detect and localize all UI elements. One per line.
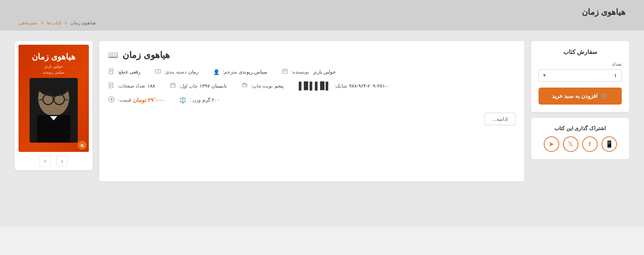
- author-value: جولین بارنز: [313, 69, 336, 75]
- read-more-button[interactable]: ادامه...: [484, 113, 516, 125]
- translator-value: سپاس ریوندی: [239, 69, 267, 75]
- category-icon: [155, 68, 161, 75]
- svg-point-9: [246, 85, 246, 86]
- order-box: سفارش کتاب تعداد ۱ ۲ ۳ ▼ 🛒 افزودن به سبد…: [531, 41, 629, 112]
- twitter-icon: 𝕏: [568, 140, 573, 148]
- category-value: رمان: [188, 69, 198, 75]
- price-icon: [108, 96, 115, 104]
- category-detail: رمان دسته بندی:: [155, 68, 198, 75]
- share-link-button[interactable]: ➤: [544, 136, 559, 152]
- weight-label: وزن :: [190, 97, 201, 103]
- svg-text:هیاهوی زمان: هیاهوی زمان: [32, 52, 76, 62]
- book-icon: 📖: [108, 50, 118, 60]
- book-cover-box: هیاهوی زمان جولین بارنز سپاس ریوندی: [15, 41, 93, 170]
- breadcrumb-sep2: <: [64, 20, 67, 26]
- price-label: قیمت:: [118, 97, 131, 103]
- category-label: دسته بندی:: [164, 69, 187, 75]
- format-icon: [108, 68, 114, 75]
- print-num-label: نوبت چاپ:: [251, 83, 273, 89]
- cover-nav-arrows: › ‹: [19, 156, 89, 167]
- translator-label: مترجم:: [223, 69, 237, 75]
- pages-detail: ۱۸۸ تعداد صفحات:: [108, 81, 155, 90]
- print-num-icon: [242, 82, 248, 89]
- weight-icon: ⚖️: [179, 96, 187, 103]
- details-row-1: جولین بارنز نویسنده: سپاس ریوندی مترجم: …: [108, 68, 516, 75]
- page-main-title: هیاهوی زمان: [582, 7, 625, 17]
- share-facebook-button[interactable]: f: [582, 136, 598, 152]
- quantity-select[interactable]: ۱ ۲ ۳: [539, 69, 622, 82]
- price-value: ۲۹٬۰۰۰ تومان: [133, 97, 164, 103]
- breadcrumb-home[interactable]: نشرماهی: [19, 20, 38, 26]
- author-icon: [282, 68, 288, 75]
- svg-point-25: [38, 78, 69, 96]
- page-main-title-row: هیاهوی زمان: [0, 4, 644, 18]
- main-layout: سفارش کتاب تعداد ۱ ۲ ۳ ▼ 🛒 افزودن به سبد…: [15, 41, 629, 181]
- sidebar-panel: سفارش کتاب تعداد ۱ ۲ ۳ ▼ 🛒 افزودن به سبد…: [531, 41, 629, 159]
- price-weight-row: ۲۰۰ گرم وزن : ⚖️ ۲۹٬۰۰۰ تومان قیمت:: [108, 96, 516, 104]
- weight-value: ۲۰۰ گرم: [202, 97, 219, 103]
- breadcrumb-current: هیاهوی زمان: [70, 20, 96, 26]
- first-print-value: تابستان ۱۳۹۷: [199, 83, 227, 89]
- share-twitter-button[interactable]: 𝕏: [563, 136, 578, 152]
- translator-icon: 👤: [213, 69, 219, 75]
- breadcrumb-sep1: <: [41, 20, 44, 26]
- add-to-cart-button[interactable]: 🛒 افزودن به سبد خرید: [539, 88, 622, 105]
- isbn-label: شابک:: [334, 83, 347, 89]
- order-box-title: سفارش کتاب: [539, 48, 622, 55]
- book-cover-panel: هیاهوی زمان جولین بارنز سپاس ریوندی: [15, 41, 93, 170]
- cover-next-arrow-icon: ›: [61, 158, 63, 164]
- breadcrumb: هیاهوی زمان < کتاب ها < نشرماهی: [0, 18, 644, 31]
- first-print-label: چاپ اول:: [179, 83, 198, 89]
- whatsapp-icon: 📱: [605, 140, 613, 148]
- read-more-label: ادامه...: [492, 116, 508, 122]
- cover-prev-button[interactable]: ‹: [40, 156, 51, 167]
- cart-icon: 🛒: [600, 92, 608, 100]
- isbn-barcode-icon: ▌▊▌▌▊▌: [299, 81, 331, 90]
- isbn-value: ۹۷۸-۹۶۴-۲۰۹-۲۷۱-۰: [349, 83, 389, 89]
- book-main-title: هیاهوی زمان: [123, 50, 170, 60]
- format-value: رقعی: [130, 69, 140, 75]
- pages-icon: [108, 82, 114, 89]
- format-label: قطع:: [117, 69, 128, 75]
- share-box-title: اشتراک گذاری این کتاب: [539, 125, 622, 131]
- first-print-detail: تابستان ۱۳۹۷ چاپ اول:: [170, 81, 227, 90]
- isbn-detail: ۹۷۸-۹۶۴-۲۰۹-۲۷۱-۰ شابک: ▌▊▌▌▊▌: [299, 81, 389, 90]
- cover-prev-arrow-icon: ‹: [44, 158, 46, 164]
- svg-text:سپاس ریوندی: سپاس ریوندی: [43, 70, 64, 75]
- details-row-2: ۹۷۸-۹۶۴-۲۰۹-۲۷۱-۰ شابک: ▌▊▌▌▊▌ پنحم نوبت…: [108, 81, 516, 90]
- first-print-icon: [170, 82, 176, 89]
- pages-value: ۱۸۸: [147, 83, 155, 89]
- author-label: نویسنده:: [291, 69, 309, 75]
- main-content: هیاهوی زمان 📖 جولین بارنز نویسنده: سپ: [99, 41, 524, 181]
- facebook-icon: f: [589, 141, 591, 147]
- svg-text:N: N: [81, 143, 84, 148]
- book-header-row: هیاهوی زمان 📖: [108, 50, 516, 60]
- translator-detail: سپاس ریوندی مترجم: 👤: [213, 68, 267, 75]
- format-detail: رقعی قطع:: [108, 68, 140, 75]
- page-header-area: هیاهوی زمان هیاهوی زمان < کتاب ها < نشرم…: [0, 0, 644, 31]
- quantity-label: تعداد: [539, 61, 622, 67]
- svg-text:جولین بارنز: جولین بارنز: [44, 64, 63, 69]
- breadcrumb-books[interactable]: کتاب ها: [47, 20, 62, 26]
- print-num-value: پنحم: [275, 83, 284, 89]
- share-box: اشتراک گذاری این کتاب 📱 f 𝕏 ➤: [531, 118, 629, 159]
- share-link-icon: ➤: [549, 140, 554, 148]
- pages-label: تعداد صفحات:: [117, 83, 145, 89]
- print-num-detail: پنحم نوبت چاپ:: [242, 81, 284, 90]
- author-detail: جولین بارنز نویسنده:: [282, 68, 336, 75]
- svg-rect-10: [171, 84, 175, 88]
- price-detail: ۲۹٬۰۰۰ تومان قیمت:: [108, 96, 164, 104]
- cover-next-button[interactable]: ›: [57, 156, 68, 167]
- book-cover-image: هیاهوی زمان جولین بارنز سپاس ریوندی: [19, 45, 89, 152]
- share-whatsapp-button[interactable]: 📱: [601, 136, 617, 152]
- add-to-cart-label: افزودن به سبد خرید: [552, 93, 598, 99]
- weight-detail: ۲۰۰ گرم وزن : ⚖️: [179, 96, 219, 103]
- content-area: سفارش کتاب تعداد ۱ ۲ ۳ ▼ 🛒 افزودن به سبد…: [0, 31, 644, 227]
- share-icons-row: 📱 f 𝕏 ➤: [539, 136, 622, 152]
- quantity-select-wrapper: ۱ ۲ ۳ ▼: [539, 69, 622, 82]
